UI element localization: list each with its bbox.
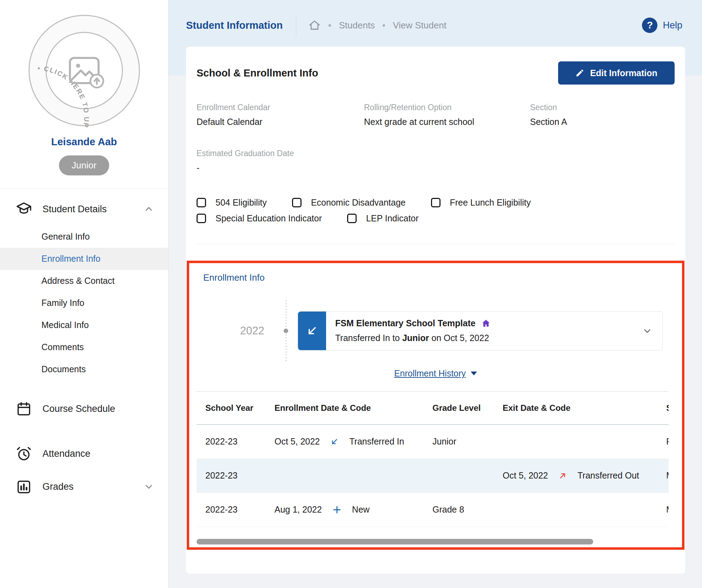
student-name: Leisande Aab	[0, 136, 168, 148]
field-section: Section Section A	[530, 103, 675, 127]
section-divider	[197, 244, 675, 244]
pencil-icon	[575, 68, 584, 78]
field-value: Default Calendar	[197, 117, 364, 127]
checkbox[interactable]	[431, 198, 441, 207]
table-row: 2022-23 Aug 1, 2022 New Gra	[197, 493, 669, 527]
col-school: School	[657, 392, 669, 425]
checkbox[interactable]	[197, 214, 206, 223]
chevron-down-icon[interactable]	[642, 326, 653, 336]
graduation-cap-icon	[16, 201, 32, 217]
home-school-icon	[481, 319, 491, 328]
checkbox[interactable]	[197, 198, 206, 207]
checkbox-label: Special Education Indicator	[216, 213, 322, 223]
grade-level-badge: Junior	[59, 155, 109, 175]
page-title: Student Information	[186, 20, 283, 31]
transfer-out-icon	[558, 471, 568, 481]
transfer-in-icon	[298, 312, 326, 350]
plus-icon	[332, 505, 342, 515]
cell-school: M	[657, 459, 669, 493]
field-label: Section	[530, 103, 675, 112]
checkbox-label: Economic Disadvantage	[311, 198, 406, 208]
sidebar-item-documents[interactable]: Documents	[0, 358, 168, 380]
chevron-up-icon[interactable]	[144, 204, 154, 214]
sidebar: • CLICK HERE TO UPLOAD PHOTO • CLICK HER…	[0, 0, 168, 588]
field-rolling-retention: Rolling/Retention Option Next grade at c…	[364, 103, 530, 127]
sidebar-item-comments[interactable]: Comments	[0, 336, 168, 358]
bar-chart-icon	[16, 479, 32, 495]
cell-school: FS	[657, 425, 669, 459]
checkbox-special-education-indicator: Special Education Indicator	[197, 213, 322, 223]
upload-photo-icon: • CLICK HERE TO UPLOAD PHOTO • CLICK HER…	[26, 13, 142, 128]
sidebar-item-family-info[interactable]: Family Info	[0, 292, 168, 314]
cell-exit	[494, 493, 657, 527]
checkbox-label: LEP Indicator	[366, 213, 419, 223]
col-enrollment-date-code: Enrollment Date & Code	[266, 392, 424, 425]
chevron-down-icon[interactable]	[144, 481, 154, 492]
enrollment-table-viewport: School Year Enrollment Date & Code Grade…	[197, 391, 669, 527]
sidebar-item-address-contact[interactable]: Address & Contact	[0, 270, 168, 292]
cell-enrollment: Aug 1, 2022 New	[266, 493, 424, 527]
field-value: Next grade at current school	[364, 117, 530, 127]
breadcrumb-separator	[383, 24, 385, 27]
sidebar-item-grades[interactable]: Grades	[0, 470, 168, 503]
sidebar-item-label: Course Schedule	[42, 403, 115, 414]
home-icon[interactable]	[308, 19, 321, 32]
checkbox-label: Free Lunch Eligibility	[450, 198, 531, 208]
cell-school: M	[657, 493, 669, 527]
enrollment-event-card[interactable]: FSM Elementary School Template Transferr…	[298, 311, 663, 350]
checkbox-free-lunch-eligibility: Free Lunch Eligibility	[431, 198, 531, 208]
event-card-body: FSM Elementary School Template Transferr…	[326, 312, 501, 350]
breadcrumb-students[interactable]: Students	[339, 20, 375, 31]
horizontal-scrollbar[interactable]	[197, 539, 593, 544]
edit-information-button[interactable]: Edit Information	[558, 61, 675, 85]
checkbox-label: 504 Eligibility	[216, 198, 267, 208]
breadcrumb-divider	[296, 15, 296, 35]
cell-school-year: 2022-23	[197, 493, 266, 527]
photo-upload-avatar[interactable]: • CLICK HERE TO UPLOAD PHOTO • CLICK HER…	[26, 13, 142, 128]
field-label: Rolling/Retention Option	[364, 103, 530, 112]
main-content: Student Information Students View Studen…	[168, 0, 702, 588]
sidebar-item-enrollment-info[interactable]: Enrollment Info	[0, 248, 168, 270]
cell-exit	[494, 425, 657, 459]
enrollment-history-link[interactable]: Enrollment History	[394, 368, 466, 379]
timeline-dot	[284, 328, 288, 333]
field-estimated-graduation-date: Estimated Graduation Date -	[197, 149, 675, 173]
checkbox-economic-disadvantage: Economic Disadvantage	[292, 198, 406, 208]
sidebar-item-general-info[interactable]: General Info	[0, 226, 168, 248]
checkbox-504-eligibility: 504 Eligibility	[197, 198, 267, 208]
sidebar-item-course-schedule[interactable]: Course Schedule	[0, 392, 168, 425]
col-school-year: School Year	[197, 392, 266, 425]
breadcrumb-view-student[interactable]: View Student	[393, 20, 446, 31]
sidebar-item-label: Student Details	[42, 204, 107, 215]
field-label: Estimated Graduation Date	[197, 149, 675, 158]
enrollment-history-toggle[interactable]: Enrollment History	[203, 368, 668, 379]
cell-enrollment	[266, 459, 424, 493]
checkbox[interactable]	[292, 198, 302, 207]
school-enrollment-card: School & Enrollment Info Edit Informatio…	[186, 47, 685, 574]
checkbox[interactable]	[347, 214, 357, 223]
sidebar-item-label: Attendance	[42, 448, 91, 459]
triangle-down-icon	[471, 372, 477, 375]
sidebar-item-medical-info[interactable]: Medical Info	[0, 314, 168, 336]
transfer-in-icon	[330, 437, 339, 447]
event-school-name: FSM Elementary School Template	[335, 318, 476, 328]
sidebar-item-student-details[interactable]: Student Details	[0, 193, 168, 226]
cell-school-year: 2022-23	[197, 425, 266, 459]
cell-grade-level: Junior	[424, 425, 494, 459]
enrollment-info-section highlight-border: Enrollment Info 2022 FSM Elementary Scho	[187, 261, 684, 550]
breadcrumb: Student Information Students View Studen…	[186, 14, 682, 36]
card-title: School & Enrollment Info	[197, 67, 318, 79]
calendar-icon	[16, 401, 32, 417]
sidebar-nav: Student Details General Info Enrollment …	[0, 188, 168, 503]
question-mark-icon: ?	[642, 18, 657, 33]
field-label: Enrollment Calendar	[197, 103, 364, 112]
table-row: 2022-23 Oct 5, 2022 Transferred In	[197, 425, 669, 459]
checkbox-lep-indicator: LEP Indicator	[347, 213, 419, 223]
cell-grade-level: Grade 8	[424, 493, 494, 527]
enrollment-info-title: Enrollment Info	[203, 272, 668, 283]
help-button[interactable]: ? Help	[642, 18, 682, 33]
sidebar-item-attendance[interactable]: Attendance	[0, 437, 168, 470]
breadcrumb-separator	[329, 24, 331, 27]
cell-school-year: 2022-23	[197, 459, 266, 493]
field-enrollment-calendar: Enrollment Calendar Default Calendar	[197, 103, 364, 127]
